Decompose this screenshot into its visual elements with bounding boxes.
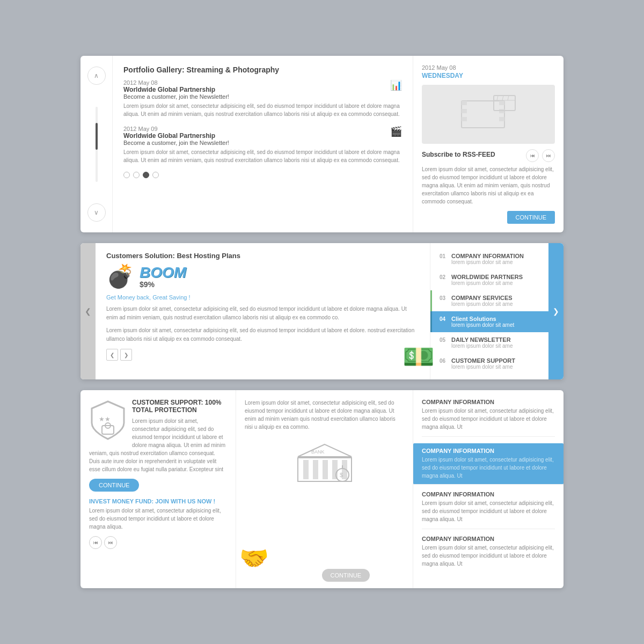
rss-date: 2012 May 08 <box>422 64 555 71</box>
menu-item-2[interactable]: 02 WORLDWIDE PARTNERS lorem ipsum dolor … <box>430 269 548 290</box>
svg-line-10 <box>502 96 503 100</box>
portfolio-feed: Portfolio Gallery: Streaming & Photograp… <box>113 56 413 232</box>
scroll-controls: ∧ ∨ <box>80 56 113 232</box>
page-next-button[interactable]: ❯ <box>120 349 132 361</box>
hosting-pagination: ❮ ❯ <box>106 349 419 361</box>
hosting-body2: Lorem ipsum dolor sit amet, consectetur … <box>106 326 419 343</box>
menu-item-6[interactable]: 06 CUSTOMER SUPPORT lorem ipsum dolor si… <box>430 353 548 374</box>
svg-rect-3 <box>462 117 467 121</box>
dot-1[interactable] <box>123 172 130 178</box>
svg-rect-19 <box>313 460 318 479</box>
svg-rect-0 <box>462 101 504 128</box>
get-money-text: Get Money back, Great Saving ! <box>106 294 419 301</box>
hosting-nav-right[interactable]: ❯ <box>548 243 564 379</box>
scroll-track <box>96 107 98 182</box>
info-block-1: COMPANY INFORMATION Lorem ipsum dolor si… <box>422 399 555 437</box>
post-body-1: Lorem ipsum dolor sit amet, consectetur … <box>123 102 402 118</box>
hosting-title: Customers Solution: Best Hosting Plans <box>106 252 419 260</box>
dot-4[interactable] <box>152 172 159 178</box>
support-middle-lorem: Lorem ipsum dolor sit amet, consectetur … <box>245 399 404 431</box>
portfolio-title: Portfolio Gallery: Streaming & Photograp… <box>123 65 402 74</box>
menu-item-1[interactable]: 01 COMPANY INFORMATION lorem ipsum dolor… <box>430 248 548 269</box>
svg-rect-4 <box>499 101 504 105</box>
media-thumbnail <box>422 85 555 144</box>
post-icon-1: 📊 <box>390 79 402 91</box>
chevron-right-icon: ❯ <box>553 307 559 316</box>
hosting-nav-left[interactable]: ❮ <box>80 243 96 379</box>
bank-icon: BANK $ <box>245 442 404 487</box>
shield-svg: ★★ <box>89 399 127 442</box>
boom-text: BOOM <box>140 265 186 280</box>
support-continue-button[interactable]: CONTINUE <box>89 479 139 492</box>
money-hand-icon: 💵 <box>402 342 435 372</box>
menu-item-3[interactable]: 03 COMPANY SERVICES lorem ipsum dolor si… <box>430 290 548 311</box>
hosting-body1: Lorem ipsum dolor sit amet, consectetur … <box>106 305 419 322</box>
dot-2[interactable] <box>133 172 140 178</box>
svg-rect-2 <box>462 109 467 113</box>
invest-body: Lorem ipsum dolor sit amet, consectetur … <box>89 507 227 531</box>
handshake-icon: 🤝 <box>239 544 269 572</box>
scroll-down-button[interactable]: ∨ <box>87 203 106 222</box>
invest-title: INVEST MONEY FUND: JOIN WITH US NOW ! <box>89 498 227 504</box>
scroll-thumb[interactable] <box>96 123 98 150</box>
pagination-dots <box>123 172 402 178</box>
support-right-panel: COMPANY INFORMATION Lorem ipsum dolor si… <box>413 390 564 588</box>
chevron-left-icon: ❮ <box>85 307 91 316</box>
post-date-1: 2012 May 08 <box>123 79 402 86</box>
media-film-icon <box>456 93 521 136</box>
rss-next-button[interactable]: ⏭ <box>542 149 555 162</box>
menu-item-5[interactable]: 05 DAILY NEWSLETTER lorem ipsum dolor si… <box>430 332 548 353</box>
widget-hosting: ❮ Customers Solution: Best Hosting Plans… <box>80 243 564 379</box>
post-title-1: Worldwide Global Partnership <box>123 86 402 93</box>
post-entry-1: 📊 2012 May 08 Worldwide Global Partnersh… <box>123 79 402 118</box>
svg-text:$: $ <box>340 472 343 478</box>
scroll-up-button[interactable]: ∧ <box>87 67 106 85</box>
post-entry-2: 🎬 2012 May 09 Worldwide Global Partnersh… <box>123 126 402 164</box>
bomb-icon: 💣 <box>106 265 134 288</box>
rss-day: WEDNESDAY <box>422 72 555 79</box>
widget-portfolio: ∧ ∨ Portfolio Gallery: Streaming & Photo… <box>80 56 564 232</box>
post-body-2: Lorem ipsum dolor sit amet, consectetur … <box>123 148 402 164</box>
svg-rect-1 <box>462 101 467 105</box>
rss-prev-button[interactable]: ⏮ <box>526 149 539 162</box>
rss-continue-button[interactable]: CONTINUE <box>507 211 555 224</box>
shield-icon: ★★ <box>89 399 127 444</box>
svg-line-11 <box>508 96 509 100</box>
page-prev-button[interactable]: ❮ <box>106 349 118 361</box>
post-title-2: Worldwide Global Partnership <box>123 132 402 140</box>
post-subtitle-2: Become a customer, join the Newsletter! <box>123 140 402 146</box>
dot-3[interactable] <box>143 172 149 178</box>
post-date-2: 2012 May 09 <box>123 126 402 132</box>
svg-line-9 <box>497 96 498 100</box>
rss-body: Lorem ipsum dolor sit amet, consectetur … <box>422 165 555 206</box>
post-icon-2: 🎬 <box>390 126 402 137</box>
middle-continue-button[interactable]: CONTINUE <box>322 569 370 582</box>
svg-rect-13 <box>102 426 114 434</box>
boom-price: $9% <box>140 280 186 289</box>
bank-svg: BANK $ <box>295 442 354 485</box>
chevron-down-icon: ∨ <box>94 209 99 216</box>
svg-marker-16 <box>298 444 352 457</box>
audio-controls: ⏮ ⏭ <box>89 536 227 549</box>
boom-section: 💣 BOOM $9% <box>106 265 419 289</box>
svg-rect-6 <box>499 117 504 121</box>
svg-text:BANK: BANK <box>311 449 325 455</box>
hosting-menu: 01 COMPANY INFORMATION lorem ipsum dolor… <box>430 243 548 379</box>
rss-title: Subscribe to RSS-FEED <box>422 151 495 158</box>
support-left-panel: ★★ CUSTOMER SUPPORT: 100% TOTAL PROTECTI… <box>80 390 236 588</box>
svg-rect-21 <box>332 460 338 479</box>
chevron-up-icon: ∧ <box>94 72 99 79</box>
hosting-content: Customers Solution: Best Hosting Plans 💣… <box>96 243 430 379</box>
info-block-4: COMPANY INFORMATION Lorem ipsum dolor si… <box>422 536 555 573</box>
audio-prev-button[interactable]: ⏮ <box>89 536 102 549</box>
audio-next-button[interactable]: ⏭ <box>104 536 117 549</box>
post-subtitle-1: Become a customer, join the Newsletter! <box>123 93 402 100</box>
menu-item-4[interactable]: 04 Client Solutions lorem ipsum dolor si… <box>430 311 548 332</box>
svg-rect-20 <box>323 460 328 479</box>
info-block-2-highlighted: COMPANY INFORMATION Lorem ipsum dolor si… <box>413 443 564 485</box>
widget-customer-support: ★★ CUSTOMER SUPPORT: 100% TOTAL PROTECTI… <box>80 390 564 588</box>
info-block-3: COMPANY INFORMATION Lorem ipsum dolor si… <box>422 491 555 529</box>
support-middle-panel: Lorem ipsum dolor sit amet, consectetur … <box>236 390 413 588</box>
rss-player-controls: ⏮ ⏭ <box>526 149 555 162</box>
svg-rect-18 <box>303 460 309 479</box>
